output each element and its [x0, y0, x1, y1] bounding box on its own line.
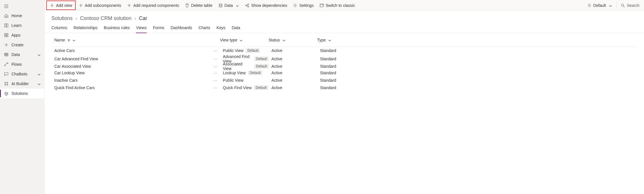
sidebar-item-label: Chatbots — [11, 72, 34, 76]
sidebar-item-chatbots[interactable]: Chatbots — [0, 69, 44, 79]
hamburger-button[interactable] — [0, 2, 44, 11]
default-badge: Default — [254, 64, 269, 69]
search-box[interactable]: Search — [618, 0, 642, 11]
chevron-down-icon — [239, 38, 242, 42]
chevron-down-icon — [72, 38, 75, 42]
table-row[interactable]: Car Associated View···Associated ViewDef… — [51, 62, 637, 69]
cmd-add-subcomponents[interactable]: Add subcomponents — [76, 0, 124, 11]
sidebar-item-label: Data — [11, 52, 34, 57]
sidebar-item-learn[interactable]: Learn — [0, 21, 44, 30]
cell-viewtype: Quick Find View — [223, 85, 252, 90]
chevron-down-icon — [327, 38, 331, 42]
apps-icon — [4, 33, 9, 37]
cell-name: Quick Find Active Cars — [54, 85, 177, 90]
tab-relationships[interactable]: Relationships — [73, 25, 97, 33]
switch-icon — [319, 3, 324, 8]
col-header-name[interactable]: Name — [51, 38, 177, 42]
chevron-down-icon — [37, 72, 40, 76]
trash-icon — [185, 3, 189, 8]
main: Add viewAdd subcomponentsAdd required co… — [45, 0, 644, 194]
table-icon — [4, 52, 9, 57]
cell-viewtype: Associated View — [223, 62, 252, 71]
table-row[interactable]: Inactive Cars···Public ViewActiveStandar… — [51, 77, 637, 84]
table-row[interactable]: Car Lookup View···Lookup ViewDefaultActi… — [51, 69, 637, 77]
tab-business-rules[interactable]: Business rules — [104, 25, 130, 33]
cmd-add-view[interactable]: Add view — [46, 1, 76, 10]
breadcrumb-item[interactable]: Solutions — [51, 15, 73, 21]
tab-keys[interactable]: Keys — [217, 25, 225, 33]
tab-strip: ColumnsRelationshipsBusiness rulesViewsF… — [45, 21, 644, 33]
ai-icon — [4, 81, 9, 86]
breadcrumb-separator: › — [134, 15, 136, 21]
row-more-button[interactable]: ··· — [211, 71, 220, 75]
sidebar-item-solutions[interactable]: Solutions — [0, 89, 44, 98]
cell-name: Car Lookup View — [54, 71, 177, 75]
list-icon — [587, 3, 591, 8]
breadcrumb: Solutions›Contoso CRM solution›Car — [45, 11, 644, 21]
cell-type: Standard — [320, 48, 336, 53]
sidebar-item-label: Solutions — [11, 91, 40, 96]
cmd-switch-to-classic[interactable]: Switch to classic — [317, 0, 358, 11]
search-placeholder: Search — [627, 3, 639, 8]
cmd-add-required-components[interactable]: Add required components — [124, 0, 182, 11]
cell-status: Active — [271, 85, 282, 90]
cmd-label: Switch to classic — [326, 3, 355, 8]
table-row[interactable]: Active Cars···Public ViewDefaultActiveSt… — [51, 47, 637, 54]
tab-views[interactable]: Views — [136, 25, 147, 33]
tab-dashboards[interactable]: Dashboards — [171, 25, 192, 33]
row-more-button[interactable]: ··· — [211, 64, 220, 69]
plus-icon — [50, 3, 54, 8]
cell-name: Car Advanced Find View — [54, 57, 177, 61]
chevron-down-icon — [37, 82, 40, 85]
table-row[interactable]: Quick Find Active Cars···Quick Find View… — [51, 84, 637, 91]
cmd-settings[interactable]: Settings — [290, 0, 317, 11]
table-row[interactable]: Car Advanced Find View···Advanced Find V… — [51, 54, 637, 62]
row-more-button[interactable]: ··· — [211, 85, 220, 90]
default-badge: Default — [254, 57, 269, 61]
tab-data[interactable]: Data — [232, 25, 240, 33]
col-header-status[interactable]: Status — [269, 38, 317, 42]
default-badge: Default — [254, 85, 268, 90]
sidebar-item-home[interactable]: Home — [0, 11, 44, 21]
cmd-label: Delete table — [191, 3, 213, 8]
sidebar-item-data[interactable]: Data — [0, 50, 44, 59]
cmd-delete-table[interactable]: Delete table — [182, 0, 215, 11]
plus-icon — [127, 3, 131, 8]
gear-icon — [293, 3, 297, 8]
col-header-viewtype[interactable]: View type — [220, 38, 269, 42]
tab-forms[interactable]: Forms — [153, 25, 164, 33]
cell-status: Active — [271, 78, 282, 83]
chevron-down-icon — [608, 3, 612, 8]
col-header-type[interactable]: Type — [317, 38, 637, 42]
sidebar-item-label: Create — [11, 43, 40, 47]
cmd-data[interactable]: Data — [215, 0, 242, 11]
default-badge: Default — [246, 48, 260, 53]
data-icon — [218, 3, 223, 8]
cell-type: Standard — [320, 64, 336, 69]
sidebar-item-apps[interactable]: Apps — [0, 30, 44, 40]
cmd-label: Data — [225, 3, 233, 8]
view-selector[interactable]: Default — [584, 0, 615, 11]
cell-viewtype: Public View — [223, 48, 243, 53]
cell-status: Active — [271, 71, 282, 75]
command-bar: Add viewAdd subcomponentsAdd required co… — [45, 0, 644, 11]
breadcrumb-item[interactable]: Contoso CRM solution — [80, 15, 131, 21]
cmd-show-dependencies[interactable]: Show dependencies — [242, 0, 290, 11]
sidebar-item-label: Flows — [11, 62, 40, 67]
sidebar-item-create[interactable]: Create — [0, 40, 44, 50]
tab-columns[interactable]: Columns — [51, 25, 67, 33]
grid-header-row: Name View type Status Type — [51, 33, 637, 47]
chevron-down-icon — [235, 3, 239, 8]
book-icon — [4, 23, 9, 28]
sidebar-item-label: Apps — [11, 33, 40, 37]
cmd-label: Add subcomponents — [85, 3, 121, 8]
row-more-button[interactable]: ··· — [211, 48, 220, 53]
tab-charts[interactable]: Charts — [199, 25, 210, 33]
sidebar-item-ai-builder[interactable]: AI Builder — [0, 79, 44, 89]
chevron-down-icon — [37, 53, 40, 56]
row-more-button[interactable]: ··· — [211, 78, 220, 83]
row-more-button[interactable]: ··· — [211, 57, 220, 61]
sort-asc-icon — [67, 38, 70, 42]
sidebar-item-flows[interactable]: Flows — [0, 59, 44, 69]
cell-name: Car Associated View — [54, 64, 177, 69]
